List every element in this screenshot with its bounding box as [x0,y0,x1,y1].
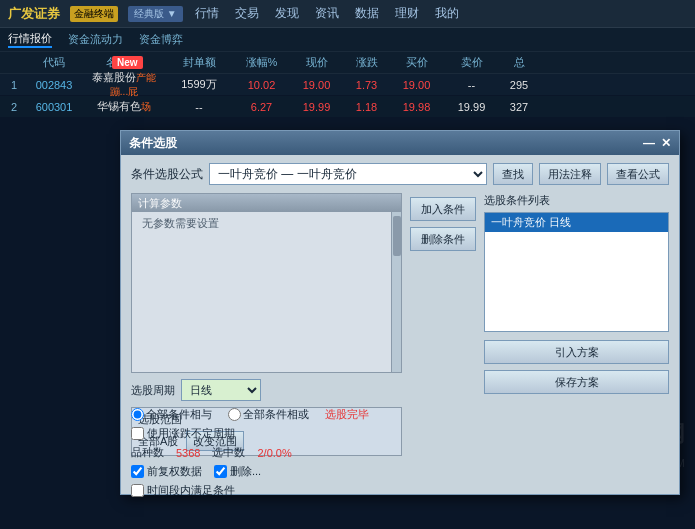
condition-select-modal: 条件选股 — ✕ 条件选股公式 一叶舟竞价 — 一叶舟竞价 查找 用法注释 查看… [120,130,680,495]
dynamic-period-input[interactable] [131,427,144,440]
td-code-2: 600301 [24,101,84,113]
second-nav-flow[interactable]: 资金流动力 [68,32,123,47]
th-price[interactable]: 现价 [289,55,344,70]
radio-and-input[interactable] [131,408,144,421]
radio-and[interactable]: 全部条件相与 [131,407,212,422]
second-nav-game[interactable]: 资金博弈 [139,32,183,47]
params-panel: 计算参数 无参数需要设置 [131,193,402,373]
modal-body: 条件选股公式 一叶舟竞价 — 一叶舟竞价 查找 用法注释 查看公式 计算参数 无… [121,155,679,506]
condition-list[interactable]: 一叶舟竞价 日线 [484,212,669,332]
delete-input[interactable] [214,465,227,478]
use-dynamic-period-checkbox[interactable]: 使用涨跌不定周期 [131,426,235,441]
th-buy[interactable]: 买价 [389,55,444,70]
period-row: 选股周期 日线 [131,379,402,401]
stock-count-value: 5368 [176,447,200,459]
period-label: 选股周期 [131,383,175,398]
radio-or-input[interactable] [228,408,241,421]
nav-discover[interactable]: 发现 [275,5,299,22]
edition-badge[interactable]: 经典版 ▼ [128,6,183,22]
formula-select[interactable]: 一叶舟竞价 — 一叶舟竞价 [209,163,487,185]
solution-buttons: 引入方案 保存方案 [484,340,669,394]
condition-list-title: 选股条件列表 [484,193,669,208]
nav-wealth[interactable]: 理财 [395,5,419,22]
top-nav: 行情 交易 发现 资讯 数据 理财 我的 [195,5,459,22]
td-vol-2: 327 [499,101,539,113]
nav-quotes[interactable]: 行情 [195,5,219,22]
th-vol[interactable]: 总 [499,55,539,70]
td-seal-1: 1599万 [164,77,234,92]
td-sell-2: 19.99 [444,101,499,113]
radio-or[interactable]: 全部条件相或 [228,407,309,422]
select-label: 选中数 [212,445,245,460]
minimize-icon[interactable]: — [643,136,655,150]
td-num-2: 2 [4,101,24,113]
td-vol-1: 295 [499,79,539,91]
save-solution-button[interactable]: 保存方案 [484,370,669,394]
params-scroll-area[interactable]: 无参数需要设置 [132,212,401,372]
td-change-1: 1.73 [344,79,389,91]
nav-trade[interactable]: 交易 [235,5,259,22]
formula-label: 条件选股公式 [131,166,203,183]
condition-item-0[interactable]: 一叶舟竞价 日线 [485,213,668,232]
view-formula-button[interactable]: 查看公式 [607,163,669,185]
close-icon[interactable]: ✕ [661,136,671,150]
td-price-2: 19.99 [289,101,344,113]
td-num-1: 1 [4,79,24,91]
add-condition-button[interactable]: 加入条件 [410,197,476,221]
select-value: 2/0.0% [257,447,291,459]
bottom-checkboxes: 前复权数据 删除... [131,464,669,479]
scroll-track[interactable] [391,212,401,372]
nav-mine[interactable]: 我的 [435,5,459,22]
td-pct-2: 6.27 [234,101,289,113]
td-price-1: 19.00 [289,79,344,91]
table-row[interactable]: 2 600301 华锡有色场 -- 6.27 19.99 1.18 19.98 … [0,96,695,118]
td-change-2: 1.18 [344,101,389,113]
modal-main-content: 计算参数 无参数需要设置 选股周期 日线 [131,193,669,403]
table-row[interactable]: 1 002843 泰嘉股份产能蹦...屁 1599万 10.02 19.00 1… [0,74,695,96]
action-buttons: 加入条件 删除条件 [410,193,476,403]
time-period-checkbox[interactable]: 时间段内满足条件 [131,483,235,498]
stock-count-label: 品种数 [131,445,164,460]
product-badge: 金融终端 [70,6,118,22]
logo: 广发证券 [8,5,60,23]
period-select[interactable]: 日线 [181,379,261,401]
td-buy-2: 19.98 [389,101,444,113]
td-code-1: 002843 [24,79,84,91]
nav-news[interactable]: 资讯 [315,5,339,22]
th-code[interactable]: 代码 [24,55,84,70]
td-pct-1: 10.02 [234,79,289,91]
modal-title: 条件选股 [129,135,177,152]
scroll-thumb[interactable] [393,216,401,256]
help-button[interactable]: 用法注释 [539,163,601,185]
right-panel: 选股条件列表 一叶舟竞价 日线 引入方案 保存方案 [484,193,669,403]
th-change[interactable]: 涨跌 [344,55,389,70]
second-nav-bar: 行情报价 资金流动力 资金博弈 [0,28,695,52]
search-button[interactable]: 查找 [493,163,533,185]
td-name-1: 泰嘉股份产能蹦...屁 [84,70,164,99]
finish-link[interactable]: 选股完毕 [325,407,369,422]
top-bar: 广发证券 金融终端 经典版 ▼ 行情 交易 发现 资讯 数据 理财 我的 [0,0,695,28]
second-nav-quotes[interactable]: 行情报价 [8,31,52,48]
td-seal-2: -- [164,101,234,113]
th-sell[interactable]: 卖价 [444,55,499,70]
nav-data[interactable]: 数据 [355,5,379,22]
th-pct[interactable]: 涨幅% [234,55,289,70]
prev-restore-checkbox[interactable]: 前复权数据 [131,464,202,479]
time-condition-row: 时间段内满足条件 [131,483,669,498]
formula-row: 条件选股公式 一叶舟竞价 — 一叶舟竞价 查找 用法注释 查看公式 [131,163,669,185]
td-buy-1: 19.00 [389,79,444,91]
delete-checkbox[interactable]: 删除... [214,464,261,479]
th-seal[interactable]: 封单额 [164,55,234,70]
delete-condition-button[interactable]: 删除条件 [410,227,476,251]
modal-title-bar: 条件选股 — ✕ [121,131,679,155]
params-panel-title: 计算参数 [132,194,401,212]
prev-restore-input[interactable] [131,465,144,478]
td-name-2: 华锡有色场 [84,99,164,114]
time-period-input[interactable] [131,484,144,497]
import-solution-button[interactable]: 引入方案 [484,340,669,364]
no-params-text: 无参数需要设置 [136,212,225,235]
new-badge: New [112,56,143,69]
td-sell-1: -- [444,79,499,91]
